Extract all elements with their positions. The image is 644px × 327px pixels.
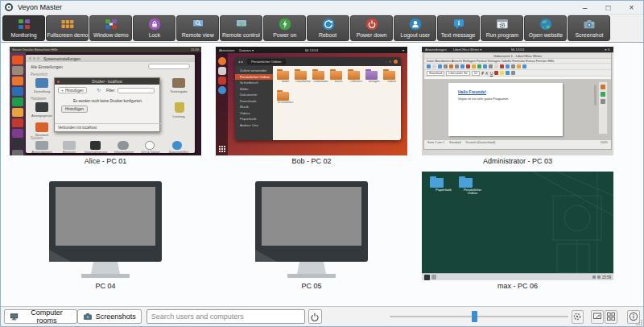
desktop-folder-item: Persönlicher Ordner (459, 178, 486, 196)
titlebar: Veyon Master – □ × (1, 1, 643, 14)
scrollbar (594, 85, 597, 106)
resize-grip[interactable] (636, 319, 642, 325)
sidebar-item: Andere Orte (235, 122, 273, 129)
toolbar-button-text-message[interactable]: Text message (437, 15, 480, 41)
computer-caption: PC 05 (216, 282, 407, 291)
settings-icon-label: Zugangshilfen (163, 150, 195, 154)
computer-caption: Alice - PC 01 (10, 157, 201, 166)
computer-caption: Bob - PC 02 (216, 157, 407, 166)
computer-tile-pc04[interactable]: PC 04 (10, 172, 201, 291)
toolbar-button-run-program[interactable]: Run program (481, 15, 523, 41)
unity-launcher (10, 52, 26, 155)
computer-tile-pc05[interactable]: PC 05 (216, 172, 407, 291)
settings-icon (175, 102, 184, 113)
launcher-icon (12, 77, 23, 85)
align-to-grid-button[interactable] (605, 310, 617, 324)
sidebar-item: Dokumente (235, 92, 273, 98)
filter-input (118, 88, 155, 93)
window-demo-icon (105, 18, 118, 31)
clock: Mi 13:53 (422, 48, 613, 52)
toolbar-button-label: Power on (273, 31, 296, 38)
document-page: Hallo Freunde! Veyon ist ein sehr gutes … (448, 83, 563, 136)
maximize-button[interactable]: □ (597, 1, 620, 14)
power-on-icon (279, 18, 291, 31)
files-window: ◂ ▸ Persönlicher Ordner ◦ ≡ Zuletzt verw… (235, 57, 401, 140)
zoom-level: 100% (601, 141, 608, 144)
language: Deutsch (Deutschland) (466, 141, 496, 144)
clock: Mi 13:53 (216, 48, 407, 52)
settings-icon (172, 141, 182, 150)
toolbar-button-monitoring[interactable]: Monitoring (2, 15, 45, 41)
writer-toolbar (424, 64, 611, 70)
monitor-icon (251, 181, 372, 279)
toolbar-button-reboot[interactable]: Reboot (307, 15, 349, 41)
printers-dialog-titlebar: Drucker - localhost (55, 78, 159, 85)
computer-rooms-icon (10, 312, 19, 321)
minimize-button[interactable]: – (573, 1, 597, 14)
close-button[interactable]: × (620, 1, 643, 14)
gnome-topbar: Aktivitäten Dateien ▾ Mi 13:53 ▾ (216, 47, 407, 53)
launcher-icon (12, 87, 23, 96)
toolbar-button-label: Lock (148, 31, 160, 38)
settings-icon-label: Texteingabe (164, 89, 193, 93)
toolbar-button-remote-control[interactable]: Remote control (220, 15, 262, 41)
toolbar-button-label: Text message (441, 31, 476, 38)
toolbar-button-window-demo[interactable]: Window demo (89, 15, 132, 41)
screenshots-icon (83, 312, 93, 321)
page-count: Seite 1 von 1 (427, 141, 444, 144)
menu-items: Datei Bearbeiten Ansicht Einfügen Format… (427, 59, 554, 63)
writer-titlebar: Unbenannt 1 - LibreOffice Writer (424, 53, 611, 59)
power-state-toggle-button[interactable] (308, 309, 322, 324)
launcher-icon (12, 97, 23, 106)
dock-icon-files (218, 67, 226, 75)
settings-icon (35, 102, 48, 112)
toolbar-button-remote-view[interactable]: Remote view (176, 15, 219, 41)
writer-document-area: Hallo Freunde! Veyon ist ein sehr gutes … (424, 80, 611, 139)
launcher-icon (12, 66, 23, 75)
computer-grid: Server Drucker Betrachten Hilfe 15:59 (10, 47, 613, 291)
settings-icon (35, 122, 48, 132)
toolbar-button-open-website[interactable]: Open website (524, 15, 567, 41)
text-message-icon (452, 18, 465, 31)
settings-icon (35, 78, 48, 88)
desktop-folder-item: Papierkorb (430, 178, 457, 192)
page-style: Standard (449, 141, 461, 144)
computer-tile-administrator[interactable]: Anwendungen LibreOffice Writer ▾ Mi 13:5… (422, 47, 613, 166)
toolbar-button-screenshot[interactable]: Screenshot (568, 15, 610, 41)
auto-adjust-button[interactable] (572, 310, 584, 324)
toolbar-button-label: Window demo (93, 31, 129, 38)
files-content: Bilder Dokumente Downloads Musik Öffentl… (273, 66, 401, 140)
writer-window: Unbenannt 1 - LibreOffice Writer Datei B… (423, 52, 612, 150)
toolbar-button-lock[interactable]: Lock (133, 15, 175, 41)
toolbar-button-logout-user[interactable]: Logout user (394, 15, 436, 41)
tray-icon (597, 275, 601, 279)
folder-item: Öffentlich (348, 71, 365, 84)
reboot-icon (322, 18, 335, 31)
toolbar-button-power-down[interactable]: Power down (350, 15, 393, 41)
thumbnail-size-slider[interactable] (390, 310, 568, 323)
search-input[interactable] (147, 309, 305, 324)
slider-handle[interactable] (472, 311, 477, 322)
offline-monitor (10, 172, 201, 280)
writer-sidebar (598, 81, 608, 135)
desktop-topbar: Anwendungen LibreOffice Writer ▾ Mi 13:5… (422, 47, 613, 52)
toolbar-button-fullscreen-demo[interactable]: Fullscreen demo (46, 15, 89, 41)
lock-icon (148, 18, 161, 31)
statusbar: Computer rooms Screenshots (1, 306, 643, 326)
custom-arrangement-button[interactable] (591, 310, 604, 324)
sidebar-item: Videos (235, 110, 273, 117)
files-sidebar: Zuletzt verwendet Persönlicher Ordner Sc… (235, 66, 273, 140)
computer-tile-max[interactable]: Papierkorb Persönlicher Ordner 15:59 (422, 172, 613, 291)
computer-rooms-button[interactable]: Computer rooms (4, 309, 77, 324)
document-heading: Hallo Freunde! (458, 89, 486, 94)
toolbar-button-label: Reboot (319, 31, 336, 38)
search-icon: ◦ (386, 60, 387, 64)
computer-tile-bob[interactable]: Aktivitäten Dateien ▾ Mi 13:53 ▾ (216, 47, 407, 166)
settings-icon (35, 141, 48, 150)
nav-forward-icon: ▸ (242, 60, 243, 64)
folder-item: Bilder (277, 71, 294, 84)
toolbar-button-power-on[interactable]: Power on (263, 15, 306, 41)
computer-tile-alice[interactable]: Server Drucker Betrachten Hilfe 15:59 (10, 47, 201, 166)
screenshots-button[interactable]: Screenshots (77, 309, 142, 324)
folder-item: Dokumente (295, 71, 312, 84)
